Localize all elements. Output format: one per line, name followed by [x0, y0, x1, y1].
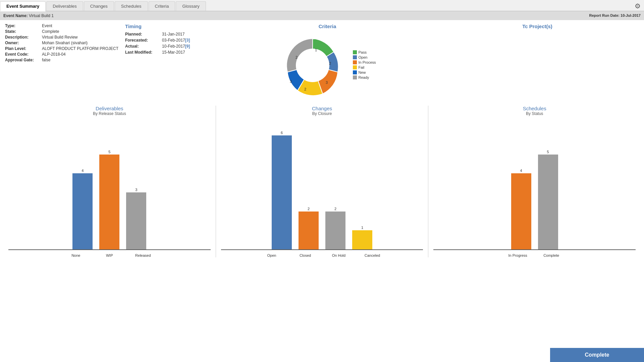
legend-new-label: New — [359, 70, 366, 74]
event-name-value: Virtual Build 1 — [29, 13, 54, 18]
tab-deliverables[interactable]: Deliverables — [46, 1, 83, 11]
deliverables-chart-area: Deliverables By Release Status 453 NoneW… — [5, 106, 214, 257]
bar-rect — [511, 173, 531, 249]
forecasted-label: Forecasted: — [125, 38, 162, 43]
bar-value: 1 — [361, 226, 363, 230]
changes-bar-labels: OpenClosedOn HoldCanceled — [221, 252, 423, 257]
bar-value: 5 — [547, 150, 549, 154]
bar-label: WIP — [96, 253, 123, 257]
charts-section: Deliverables By Release Status 453 NoneW… — [5, 106, 639, 257]
bar-label: None — [62, 253, 89, 257]
bar-label: On Hold — [325, 253, 352, 257]
tab-event-summary[interactable]: Event Summary — [0, 1, 46, 11]
report-date: Report Run Date: 10-Jul-2017 — [589, 13, 641, 18]
legend-fail: Fail — [353, 65, 376, 69]
bar-rect — [272, 135, 292, 249]
type-label: Type: — [5, 23, 42, 28]
timing-title: Timing — [125, 23, 219, 29]
legend-ready-label: Ready — [359, 75, 369, 79]
approval-gate-label: Approval Gate: — [5, 58, 42, 62]
bar-value: 5 — [108, 150, 110, 154]
new-color-icon — [353, 70, 357, 74]
tab-criteria[interactable]: Criteria — [149, 1, 175, 11]
fail-color-icon — [353, 65, 357, 69]
actual-value: 10-Feb-2017[9] — [162, 44, 190, 49]
changes-chart-area: Changes By Closure 6221 OpenClosedOn Hol… — [218, 106, 427, 257]
svg-text:3: 3 — [289, 79, 291, 83]
event-name-prefix: Event Name: — [3, 13, 28, 18]
svg-text:2: 2 — [329, 61, 331, 65]
bar-group: 2 — [299, 207, 319, 249]
owner-label: Owner: — [5, 41, 42, 45]
legend-pass-label: Pass — [359, 50, 367, 54]
donut-container: 1 2 3 2 3 2 Pass Open — [226, 32, 429, 99]
tab-changes[interactable]: Changes — [84, 1, 114, 11]
bar-value: 2 — [308, 207, 310, 211]
criteria-block: Criteria — [226, 23, 429, 99]
bar-group: 2 — [325, 207, 345, 249]
info-block: Type:Event State:Complete Description:Vi… — [5, 23, 118, 99]
bar-group: 4 — [511, 169, 531, 249]
planned-value: 31-Jan-2017 — [162, 32, 184, 37]
approval-gate-value: false — [42, 58, 50, 62]
state-value: Complete — [42, 29, 59, 34]
ready-color-icon — [353, 75, 357, 79]
in-process-color-icon — [353, 60, 357, 64]
bar-group: 5 — [99, 150, 119, 249]
bar-value: 2 — [334, 207, 336, 211]
tab-glossary[interactable]: Glossary — [176, 1, 206, 11]
gear-icon[interactable]: ⚙ — [635, 2, 641, 10]
bar-group: 4 — [72, 169, 93, 249]
bar-label: Closed — [292, 253, 319, 257]
bar-value: 4 — [520, 169, 522, 173]
legend-open-label: Open — [359, 55, 368, 59]
svg-text:3: 3 — [325, 80, 327, 84]
criteria-title: Criteria — [226, 23, 429, 29]
tc-projects-block: Tc Project(s) — [436, 23, 639, 99]
deliverables-chart-title: Deliverables — [8, 106, 211, 111]
bar-rect — [538, 155, 558, 249]
svg-text:1: 1 — [315, 48, 317, 52]
type-value: Event — [42, 23, 52, 28]
chart-divider-2 — [428, 106, 428, 257]
description-label: Description: — [5, 35, 42, 40]
legend-in-process-label: In Process — [359, 60, 376, 64]
schedules-bar-labels: In ProgressComplete — [433, 252, 636, 257]
bar-label: Open — [258, 253, 285, 257]
last-modified-label: Last Modified: — [125, 50, 162, 55]
svg-text:2: 2 — [304, 87, 306, 91]
tab-schedules[interactable]: Schedules — [115, 1, 148, 11]
event-code-label: Event Code: — [5, 52, 42, 57]
bar-value: 6 — [281, 131, 283, 135]
bar-rect — [126, 192, 146, 249]
owner-value: Mohan Sivahari (sivahari) — [42, 41, 88, 45]
criteria-donut-chart: 1 2 3 2 3 2 — [279, 32, 346, 99]
legend-open: Open — [353, 55, 376, 59]
deliverables-bar-labels: NoneWIPReleased — [8, 252, 211, 257]
legend-fail-label: Fail — [359, 65, 365, 69]
last-modified-value: 15-Mar-2017 — [162, 50, 185, 55]
pass-color-icon — [353, 50, 357, 54]
bar-rect — [72, 173, 93, 249]
deliverables-bar-chart: 453 — [8, 123, 211, 250]
bar-group: 6 — [272, 131, 292, 249]
deliverables-chart-subtitle: By Release Status — [8, 111, 211, 116]
event-name-bar: Event Name: Virtual Build 1 Report Run D… — [0, 11, 644, 20]
planned-label: Planned: — [125, 32, 162, 37]
changes-chart-subtitle: By Closure — [221, 111, 423, 116]
bar-group: 5 — [538, 150, 558, 249]
main-content: Type:Event State:Complete Description:Vi… — [0, 20, 644, 261]
bar-value: 4 — [82, 169, 84, 173]
plan-level-label: Plan Level: — [5, 46, 42, 51]
schedules-chart-title: Schedules — [433, 106, 636, 111]
event-code-value: ALP-2018-04 — [42, 52, 66, 57]
open-color-icon — [353, 55, 357, 59]
top-section: Type:Event State:Complete Description:Vi… — [5, 23, 639, 99]
complete-button[interactable]: Complete — [550, 348, 644, 362]
actual-label: Actual: — [125, 44, 162, 49]
schedules-chart-area: Schedules By Status 45 In ProgressComple… — [430, 106, 639, 257]
bar-rect — [99, 155, 119, 249]
bar-label: In Progress — [504, 253, 531, 257]
criteria-legend: Pass Open In Process Fail — [353, 50, 376, 80]
changes-bar-chart: 6221 — [221, 123, 423, 250]
